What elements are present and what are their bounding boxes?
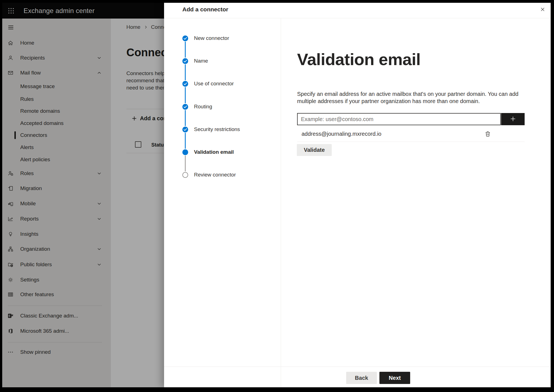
wizard-step-review-connector[interactable]: Review connector: [194, 171, 236, 179]
validate-button[interactable]: Validate: [297, 144, 332, 156]
wizard-step-connector-line: [185, 42, 186, 58]
wizard-step-use-of-connector[interactable]: Use of connector: [194, 80, 234, 88]
wizard-step-connector-line: [185, 155, 186, 171]
wizard-description-line: multiple addresses if your partner organ…: [297, 98, 519, 105]
wizard-step-description: Specify an email address for an active m…: [297, 90, 519, 105]
exchange-admin-center-window: Exchange admin center HomeRecipientsMail…: [2, 3, 551, 387]
wizard-step-circle-use-of-connector[interactable]: [182, 81, 188, 87]
checkmark-icon: [182, 35, 188, 41]
add-email-button[interactable]: [501, 113, 525, 125]
checkmark-icon: [182, 127, 188, 132]
checkmark-icon: [182, 58, 188, 64]
close-icon: [540, 7, 545, 12]
wizard-step-connector-line: [185, 133, 186, 149]
wizard-description-line: Specify an email address for an active m…: [297, 90, 519, 98]
wizard-step-connector-line: [185, 87, 186, 103]
wizard-step-circle-validation-email[interactable]: [182, 149, 188, 155]
divider: [281, 18, 281, 387]
checkmark-icon: [182, 104, 188, 110]
wizard-step-heading: Validation email: [297, 50, 421, 69]
wizard-step-connector-line: [185, 110, 186, 126]
checkmark-icon: [182, 81, 188, 87]
wizard-step-security-restrictions[interactable]: Security restrictions: [194, 125, 240, 133]
wizard-step-validation-email[interactable]: Validation email: [194, 148, 234, 156]
wizard-step-routing[interactable]: Routing: [194, 103, 212, 111]
wizard-step-circle-routing[interactable]: [182, 104, 188, 110]
wizard-step-connector-line: [185, 64, 186, 80]
wizard-step-new-connector[interactable]: New connector: [194, 34, 229, 42]
close-button[interactable]: [538, 5, 547, 14]
add-connector-panel: Add a connector New connector Name Use o…: [164, 3, 551, 387]
divider: [164, 18, 551, 18]
back-button[interactable]: Back: [346, 372, 377, 384]
delete-email-button[interactable]: [484, 130, 492, 138]
panel-title: Add a connector: [182, 6, 228, 13]
wizard-step-name[interactable]: Name: [194, 57, 208, 65]
wizard-step-circle-security-restrictions[interactable]: [182, 127, 188, 132]
wizard-step-circle-review-connector[interactable]: [182, 172, 188, 178]
divider: [164, 367, 551, 367]
validation-email-row: address@journaling.mxrecord.io: [297, 126, 525, 142]
validation-email-input[interactable]: [297, 113, 501, 125]
wizard-step-circle-new-connector[interactable]: [182, 35, 188, 41]
next-button[interactable]: Next: [379, 372, 410, 384]
plus-icon: [509, 115, 517, 122]
validation-email-address: address@journaling.mxrecord.io: [302, 126, 381, 142]
wizard-step-circle-name[interactable]: [182, 58, 188, 64]
trash-icon: [484, 130, 491, 137]
